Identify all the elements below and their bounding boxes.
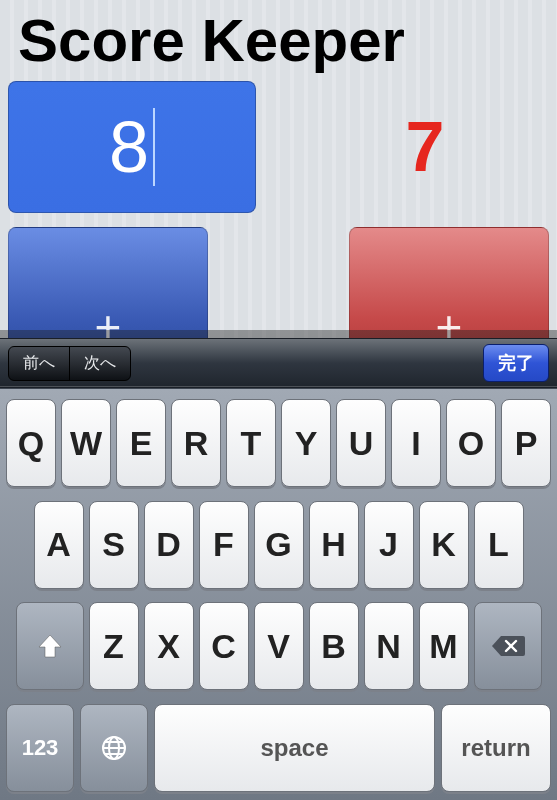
key-j[interactable]: J	[364, 501, 414, 589]
app-area: Score Keeper 8 7 + +	[0, 0, 557, 380]
keyboard-row-3: Z X C V B N M	[3, 602, 554, 690]
keyboard-row-1: Q W E R T Y U I O P	[3, 399, 554, 487]
keyboard: Q W E R T Y U I O P A S D F G H J K L Z …	[0, 388, 557, 800]
key-r[interactable]: R	[171, 399, 221, 487]
prev-next-segment: 前へ 次へ	[8, 346, 131, 381]
key-s[interactable]: S	[89, 501, 139, 589]
key-t[interactable]: T	[226, 399, 276, 487]
score-right-value: 7	[406, 107, 445, 187]
key-mode-123[interactable]: 123	[6, 704, 74, 792]
key-u[interactable]: U	[336, 399, 386, 487]
key-x[interactable]: X	[144, 602, 194, 690]
score-row: 8 7	[0, 77, 557, 217]
key-m[interactable]: M	[419, 602, 469, 690]
key-w[interactable]: W	[61, 399, 111, 487]
key-v[interactable]: V	[254, 602, 304, 690]
key-l[interactable]: L	[474, 501, 524, 589]
score-input-left[interactable]: 8	[8, 81, 256, 213]
key-globe[interactable]	[80, 704, 148, 792]
key-n[interactable]: N	[364, 602, 414, 690]
key-g[interactable]: G	[254, 501, 304, 589]
key-o[interactable]: O	[446, 399, 496, 487]
key-i[interactable]: I	[391, 399, 441, 487]
key-y[interactable]: Y	[281, 399, 331, 487]
backspace-icon	[491, 634, 525, 658]
globe-icon	[99, 733, 129, 763]
key-return[interactable]: return	[441, 704, 551, 792]
key-e[interactable]: E	[116, 399, 166, 487]
key-c[interactable]: C	[199, 602, 249, 690]
key-h[interactable]: H	[309, 501, 359, 589]
keyboard-row-4: 123 space return	[3, 704, 554, 792]
key-q[interactable]: Q	[6, 399, 56, 487]
key-b[interactable]: B	[309, 602, 359, 690]
key-space[interactable]: space	[154, 704, 435, 792]
key-z[interactable]: Z	[89, 602, 139, 690]
key-f[interactable]: F	[199, 501, 249, 589]
key-backspace[interactable]	[474, 602, 542, 690]
score-left-value: 8	[109, 106, 149, 188]
key-d[interactable]: D	[144, 501, 194, 589]
shift-icon	[35, 631, 65, 661]
score-display-right[interactable]: 7	[301, 81, 549, 213]
key-a[interactable]: A	[34, 501, 84, 589]
keyboard-row-2: A S D F G H J K L	[3, 501, 554, 589]
app-title: Score Keeper	[0, 0, 557, 77]
next-button[interactable]: 次へ	[69, 347, 130, 380]
key-p[interactable]: P	[501, 399, 551, 487]
prev-button[interactable]: 前へ	[9, 347, 69, 380]
done-button[interactable]: 完了	[483, 344, 549, 382]
text-cursor	[153, 108, 155, 186]
key-k[interactable]: K	[419, 501, 469, 589]
keyboard-accessory-toolbar: 前へ 次へ 完了	[0, 338, 557, 388]
key-shift[interactable]	[16, 602, 84, 690]
